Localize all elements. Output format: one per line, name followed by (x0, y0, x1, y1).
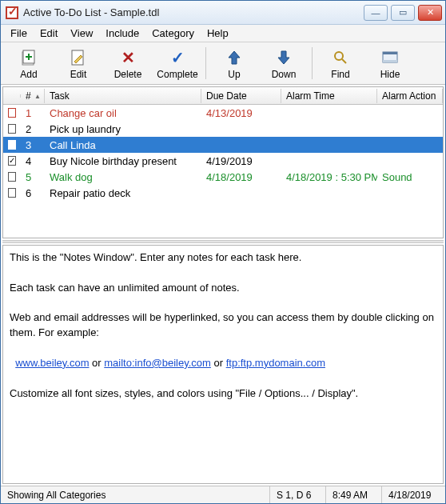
task-row[interactable]: 1Change car oil4/13/2019 (3, 105, 443, 121)
delete-button[interactable]: ✕ Delete (103, 44, 153, 82)
edit-label: Edit (70, 69, 87, 80)
task-due-date (201, 128, 281, 130)
task-row[interactable]: ✓4Buy Nicole birthday present4/19/2019 (3, 153, 443, 169)
task-name: Repair patio deck (45, 186, 201, 200)
task-checkbox-cell[interactable] (3, 139, 21, 150)
find-label: Find (331, 69, 349, 80)
task-alarm-time (281, 112, 377, 114)
complete-icon: ✓ (168, 48, 187, 67)
task-row[interactable]: 5Walk dog4/18/20194/18/2019 : 5:30 PMSou… (3, 169, 443, 185)
notes-line: This is the "Notes Window". Enter any no… (10, 250, 436, 266)
notes-link[interactable]: mailto:info@beiley.com (104, 357, 211, 369)
task-checkbox-cell[interactable] (3, 107, 21, 118)
checkbox-icon[interactable] (8, 124, 16, 134)
menu-category[interactable]: Category (145, 26, 201, 41)
task-checkbox-cell[interactable]: ✓ (3, 155, 21, 166)
task-alarm-time (281, 128, 377, 130)
menu-help[interactable]: Help (201, 26, 235, 41)
find-button[interactable]: Find (316, 44, 365, 82)
window-buttons: — ▭ ✕ (364, 5, 442, 21)
task-row[interactable]: 2Pick up laundry (3, 121, 443, 137)
splitter[interactable] (2, 240, 444, 243)
menu-file[interactable]: File (4, 26, 34, 41)
svg-point-5 (335, 52, 343, 60)
toolbar-separator (312, 47, 313, 79)
notes-link[interactable]: www.beiley.com (15, 357, 89, 369)
up-arrow-icon (225, 48, 244, 67)
task-due-date: 4/18/2019 (201, 170, 281, 184)
task-row[interactable]: 6Repair patio deck (3, 185, 443, 201)
up-label: Up (228, 69, 240, 80)
checkbox-icon[interactable] (8, 188, 16, 198)
task-number: 2 (21, 122, 45, 136)
app-icon (6, 6, 18, 19)
add-icon (19, 48, 38, 67)
task-checkbox-cell[interactable] (3, 187, 21, 198)
title-bar: Active To-Do List - Sample.tdl — ▭ ✕ (1, 1, 445, 25)
task-alarm-action (377, 128, 443, 130)
status-date: 4/18/2019 (381, 486, 445, 503)
task-due-date (201, 192, 281, 194)
svg-rect-8 (383, 52, 397, 54)
list-body[interactable]: 1Change car oil4/13/20192Pick up laundry… (3, 105, 443, 238)
column-task[interactable]: Task (45, 89, 201, 103)
minimize-button[interactable]: — (364, 5, 388, 21)
task-name: Change car oil (45, 106, 201, 120)
list-header: #▲ Task Due Date Alarm Time Alarm Action (3, 87, 443, 105)
column-alarm-action[interactable]: Alarm Action (377, 89, 443, 103)
task-number: 1 (21, 106, 45, 120)
hide-label: Hide (380, 69, 400, 80)
close-button[interactable]: ✕ (418, 5, 442, 21)
task-alarm-action (377, 160, 443, 162)
svg-rect-9 (383, 60, 397, 62)
task-alarm-time: 4/18/2019 : 5:30 PM (281, 170, 377, 184)
task-due-date: 4/13/2019 (201, 106, 281, 120)
column-due-date[interactable]: Due Date (201, 89, 281, 103)
column-number[interactable]: #▲ (21, 89, 45, 103)
notes-pane[interactable]: This is the "Notes Window". Enter any no… (2, 245, 444, 484)
task-alarm-action (377, 192, 443, 194)
toolbar-separator (205, 47, 206, 79)
add-label: Add (20, 69, 37, 80)
task-row[interactable]: 3Call Linda (3, 137, 443, 153)
sort-asc-icon: ▲ (34, 93, 41, 100)
hide-button[interactable]: Hide (365, 44, 415, 82)
hide-icon (380, 48, 400, 67)
menu-view[interactable]: View (64, 26, 99, 41)
menu-include[interactable]: Include (99, 26, 145, 41)
notes-line: www.beiley.com or mailto:info@beiley.com… (10, 356, 436, 371)
svg-line-6 (342, 59, 346, 63)
menu-edit[interactable]: Edit (34, 26, 64, 41)
checkbox-icon[interactable]: ✓ (8, 156, 16, 166)
task-number: 6 (21, 186, 45, 200)
status-categories: Showing All Categories (1, 486, 269, 503)
task-number: 4 (21, 154, 45, 168)
delete-label: Delete (114, 69, 142, 80)
maximize-button[interactable]: ▭ (391, 5, 415, 21)
task-number: 3 (21, 138, 45, 152)
checkbox-icon[interactable] (8, 172, 16, 182)
checkbox-icon[interactable] (8, 108, 16, 118)
checkbox-icon[interactable] (8, 140, 16, 150)
add-button[interactable]: Add (4, 44, 54, 82)
edit-icon (69, 48, 88, 67)
notes-link[interactable]: ftp:ftp.mydomain.com (226, 357, 325, 369)
task-list: #▲ Task Due Date Alarm Time Alarm Action… (2, 86, 444, 238)
column-checkbox[interactable] (3, 94, 21, 98)
complete-label: Complete (157, 69, 197, 80)
toolbar: Add Edit ✕ Delete ✓ Complete Up Down Fin… (1, 42, 445, 85)
down-button[interactable]: Down (259, 44, 309, 82)
task-name: Call Linda (45, 138, 201, 152)
complete-button[interactable]: ✓ Complete (153, 44, 202, 82)
status-selection: S 1, D 6 (269, 486, 325, 503)
task-checkbox-cell[interactable] (3, 171, 21, 182)
up-button[interactable]: Up (209, 44, 259, 82)
edit-button[interactable]: Edit (54, 44, 103, 82)
find-icon (331, 48, 350, 67)
task-alarm-time (281, 144, 377, 146)
task-checkbox-cell[interactable] (3, 123, 21, 134)
notes-line: Web and email addresses will be hyperlin… (10, 310, 436, 341)
task-number: 5 (21, 170, 45, 184)
task-alarm-action: Sound (377, 170, 443, 184)
column-alarm-time[interactable]: Alarm Time (281, 89, 377, 103)
